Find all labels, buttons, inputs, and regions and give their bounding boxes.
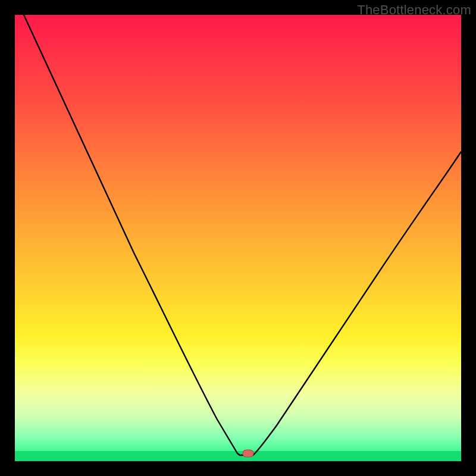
optimal-point-marker xyxy=(243,450,253,457)
chart-frame: TheBottleneck.com xyxy=(0,0,476,476)
watermark-text: TheBottleneck.com xyxy=(357,2,471,18)
plot-area xyxy=(15,15,461,461)
bottleneck-curve xyxy=(24,15,461,455)
chart-svg xyxy=(15,15,461,461)
